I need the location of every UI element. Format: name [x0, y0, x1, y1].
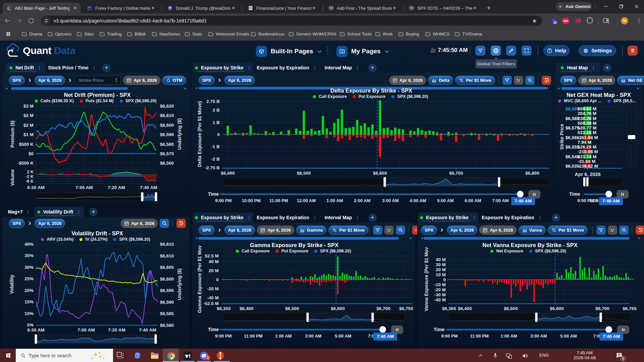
- svg-text:$6,600: $6,600: [373, 171, 387, 176]
- svg-text:$6,600: $6,600: [550, 306, 564, 311]
- svg-text:0: 0: [217, 132, 220, 137]
- svg-text:$6,350: $6,350: [217, 306, 230, 311]
- svg-text:Apr 6, 2026: Apr 6, 2026: [575, 172, 600, 177]
- svg-text:$0: $0: [29, 151, 34, 156]
- svg-text:1 B: 1 B: [213, 120, 220, 125]
- svg-text:20 M: 20 M: [209, 268, 219, 273]
- svg-text:$2 M: $2 M: [23, 123, 34, 128]
- svg-text:20%: 20%: [24, 288, 34, 293]
- svg-text:$6,580: $6,580: [160, 323, 174, 328]
- svg-text:$6,750: $6,750: [399, 306, 413, 311]
- svg-text:$6,500: $6,500: [504, 306, 518, 311]
- svg-text:$6,610: $6,610: [160, 113, 174, 118]
- svg-text:40%: 40%: [24, 242, 34, 247]
- svg-text:-$500 K: -$500 K: [17, 161, 34, 166]
- svg-text:$6,500: $6,500: [285, 306, 299, 311]
- svg-text:$6,605: $6,605: [160, 265, 174, 270]
- svg-text:15%: 15%: [24, 299, 34, 304]
- svg-text:$6,700: $6,700: [376, 306, 390, 311]
- svg-text:40 M: 40 M: [436, 257, 446, 262]
- svg-text:$6,400: $6,400: [221, 171, 234, 176]
- svg-text:$6,560: $6,560: [160, 161, 174, 166]
- svg-text:$1 M: $1 M: [23, 132, 34, 137]
- svg-text:-2 K: -2 K: [25, 174, 34, 179]
- svg-text:831.14 M: 831.14 M: [578, 154, 596, 159]
- svg-text:$6,500: $6,500: [297, 171, 311, 176]
- svg-text:7:00 AM: 7:00 AM: [75, 185, 93, 190]
- svg-text:5%: 5%: [27, 322, 34, 327]
- svg-text:0: 0: [443, 277, 446, 282]
- svg-text:204.76 M: 204.76 M: [578, 111, 596, 116]
- svg-text:30 M: 30 M: [436, 262, 446, 267]
- svg-text:7:40 AM: 7:40 AM: [139, 327, 156, 333]
- svg-text:-6 K: -6 K: [25, 179, 34, 184]
- svg-text:7.94 M: 7.94 M: [578, 140, 591, 145]
- svg-text:-52.5 M: -52.5 M: [203, 301, 219, 306]
- svg-text:7:20 AM: 7:20 AM: [108, 327, 125, 333]
- svg-text:Vanna Exposure (Per $1 Mov: Vanna Exposure (Per $1 Mov: [424, 247, 429, 311]
- svg-text:-361.94 M: -361.94 M: [578, 135, 598, 140]
- svg-text:$6,570: $6,570: [160, 151, 174, 156]
- svg-text:Delta Exposure (Per $1 Move): Delta Exposure (Per $1 Move): [197, 101, 202, 167]
- svg-text:40 M: 40 M: [209, 259, 219, 264]
- svg-text:$6,600: $6,600: [160, 123, 174, 128]
- svg-text:Strike Price: Strike Price: [559, 124, 565, 149]
- svg-text:10%: 10%: [24, 311, 34, 316]
- svg-text:-20 M: -20 M: [434, 287, 446, 292]
- svg-text:7:20 AM: 7:20 AM: [108, 185, 125, 190]
- svg-text:ABP: ABP: [563, 19, 569, 22]
- svg-text:Volatility: Volatility: [9, 275, 14, 294]
- svg-text:$3 M: $3 M: [23, 104, 34, 109]
- svg-text:6:30 AM: 6:30 AM: [27, 185, 44, 190]
- svg-text:-2.75 B: -2.75 B: [205, 165, 220, 170]
- svg-text:35%: 35%: [24, 253, 34, 258]
- svg-text:Volume: Volume: [10, 169, 15, 186]
- svg-text:$2 M: $2 M: [23, 113, 34, 118]
- svg-text:$6,595: $6,595: [160, 288, 174, 293]
- svg-text:25%: 25%: [24, 276, 34, 281]
- svg-text:Underlying ($): Underlying ($): [177, 118, 182, 150]
- svg-text:-1 B: -1 B: [211, 144, 220, 149]
- svg-text:$6,600: $6,600: [160, 277, 174, 282]
- svg-text:30%: 30%: [24, 265, 34, 270]
- svg-text:-210.98 M: -210.98 M: [578, 149, 598, 154]
- svg-text:$6,600: $6,600: [331, 306, 344, 311]
- svg-text:-40 M: -40 M: [207, 295, 219, 300]
- svg-text:2.75 B: 2.75 B: [206, 99, 220, 104]
- svg-text:659.83 M: 659.83 M: [578, 106, 596, 111]
- svg-text:500.38 M: 500.38 M: [578, 121, 596, 126]
- svg-text:6:30 AM: 6:30 AM: [27, 327, 44, 333]
- svg-text:$6,615: $6,615: [160, 242, 174, 247]
- svg-text:52.5 M: 52.5 M: [205, 253, 219, 258]
- svg-text:0: 0: [216, 277, 219, 282]
- svg-text:-20 M: -20 M: [207, 286, 219, 291]
- svg-text:Underlying ($): Underlying ($): [177, 268, 182, 300]
- svg-text:$6,585: $6,585: [160, 311, 174, 316]
- svg-text:-2 B: -2 B: [211, 157, 220, 162]
- svg-text:$6,590: $6,590: [160, 132, 174, 137]
- svg-text:-40 M: -40 M: [434, 297, 446, 302]
- svg-text:$6,590: $6,590: [160, 300, 174, 305]
- svg-text:Premium ($): Premium ($): [10, 121, 15, 148]
- svg-text:$6,580: $6,580: [160, 142, 174, 147]
- svg-text:15: 15: [553, 21, 556, 24]
- svg-text:$6,765: $6,765: [623, 306, 637, 311]
- svg-text:$6,400: $6,400: [458, 306, 472, 311]
- svg-text:7:00 AM: 7:00 AM: [77, 327, 95, 333]
- svg-text:$6,800: $6,800: [525, 171, 539, 176]
- svg-text:$6,400: $6,400: [239, 306, 253, 311]
- svg-text:$6,700: $6,700: [595, 306, 609, 311]
- svg-text:-10 M: -10 M: [434, 282, 446, 287]
- svg-text:$6,365: $6,365: [442, 306, 456, 311]
- svg-text:7:40 AM: 7:40 AM: [140, 185, 157, 190]
- svg-text:Gamma Exposure (Per $1 Mov: Gamma Exposure (Per $1 Mov: [197, 245, 202, 313]
- svg-text:$6,700: $6,700: [449, 171, 463, 176]
- svg-text:520.77 M: 520.77 M: [578, 125, 596, 130]
- svg-text:-30 M: -30 M: [434, 292, 446, 297]
- svg-text:-31.88 M: -31.88 M: [578, 159, 595, 164]
- svg-text:526.29 M: 526.29 M: [578, 144, 596, 149]
- svg-text:10 M: 10 M: [436, 272, 446, 277]
- svg-text:531.15 M: 531.15 M: [578, 130, 596, 135]
- svg-text:$6,620: $6,620: [160, 104, 174, 109]
- svg-text:2 B: 2 B: [213, 108, 220, 113]
